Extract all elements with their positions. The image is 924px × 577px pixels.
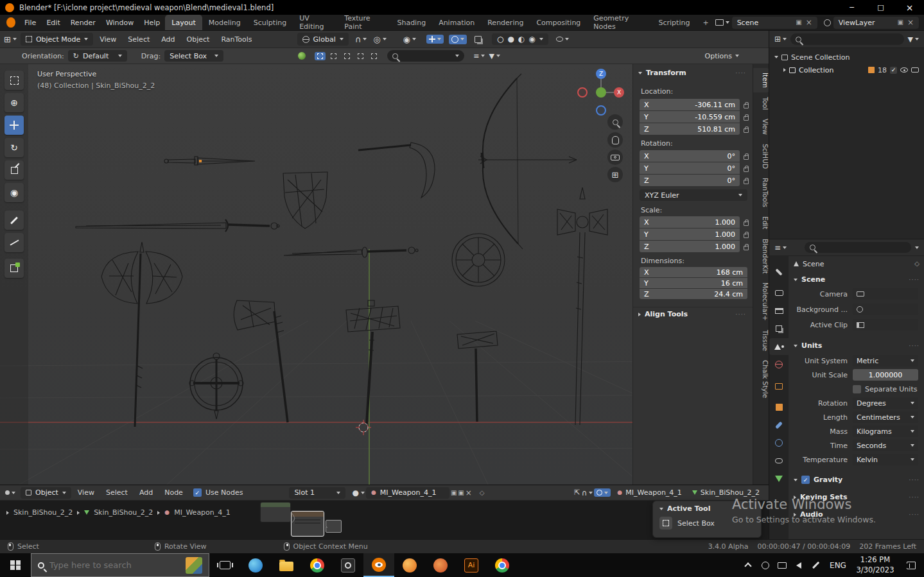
sidebar-tab-rantools[interactable]: RanTools [753,173,769,212]
node-overlays-toggle[interactable] [594,488,611,497]
properties-search-field[interactable] [805,242,911,253]
view-layer-selector[interactable]: ViewLayer ▣ × [833,17,919,29]
menu-render[interactable]: Render [65,15,101,30]
expand-icon[interactable] [774,56,778,58]
copy-material-icon[interactable]: ▣ [458,490,464,496]
shading-rendered-icon[interactable]: ◉ [528,35,535,43]
display-mode-button[interactable]: ≡ [473,53,485,60]
sidebar-tab-item[interactable]: Item [753,68,769,92]
taskbar-app-camera[interactable] [333,553,363,577]
weapon-dagger-selected[interactable] [164,157,255,165]
scene-section-header[interactable]: Scene···· [789,271,924,286]
workspace-tab-scripting[interactable]: Scripting [652,15,697,30]
properties-tab-tool[interactable] [769,264,789,280]
properties-tab-object[interactable] [769,399,789,415]
task-view-button[interactable] [209,553,240,577]
sidebar-tab-view[interactable]: View [753,114,769,139]
weapon-round-shield[interactable] [452,234,505,286]
shader-type-dropdown[interactable]: Object [21,487,71,499]
remove-view-layer-icon[interactable]: × [907,19,914,26]
unlink-scene-icon[interactable]: × [806,19,812,26]
snapping-toggle[interactable]: ∩ [355,35,367,44]
gizmo-axis-z[interactable]: Z [596,69,606,79]
filter-funnel-button[interactable]: ▼ [489,53,500,60]
orthographic-toggle-button[interactable]: ⊞ [607,167,623,182]
lock-rotation-x-icon[interactable] [744,155,749,160]
options-dropdown[interactable]: Options [705,52,739,60]
weapon-ring-dagger[interactable] [189,353,243,419]
workspace-tab-uv-editing[interactable]: UV Editing [293,15,338,30]
properties-tab-collection[interactable] [769,378,789,395]
workspace-tab-sculpting[interactable]: Sculpting [247,15,293,30]
close-button[interactable]: × [895,0,924,15]
taskbar-app-blender[interactable] [363,553,394,577]
rotation-units-dropdown[interactable]: Degrees [853,397,918,409]
menu-edit[interactable]: Edit [41,15,65,30]
pan-button[interactable] [607,132,623,148]
keying-sets-section-header[interactable]: Keying Sets···· [789,487,924,504]
shading-dropdown-icon[interactable] [539,38,543,40]
scene-browse-icon[interactable] [715,19,729,26]
proportional-editing-toggle[interactable]: ◎ [373,35,386,44]
scale-x-field[interactable]: X1.000 [640,216,740,228]
node-menu-view[interactable]: View [73,485,100,500]
align-tools-panel-header[interactable]: Align Tools···· [633,307,753,321]
weapon-sickle[interactable] [358,142,435,198]
tray-icon-pen[interactable] [807,553,824,577]
use-nodes-toggle[interactable]: ✓Use Nodes [193,488,243,497]
lock-rotation-y-icon[interactable] [744,168,749,172]
menu-object[interactable]: Object [182,31,215,47]
slot-dropdown[interactable]: Slot 1 [289,487,345,499]
weapon-warhammer[interactable] [557,187,607,425]
taskbar-search[interactable] [31,553,209,577]
temperature-units-dropdown[interactable]: Kelvin [853,454,918,465]
sidebar-tab-blenderkit[interactable]: BlenderKit [753,234,769,279]
node-editor-type-button[interactable] [5,490,15,495]
separate-units-checkbox-box[interactable] [853,385,861,393]
properties-filter-icon[interactable] [915,246,919,249]
dimensions-z-field[interactable]: Z24.4 cm [640,289,747,299]
show-overlays-toggle[interactable] [449,35,467,44]
scale-y-field[interactable]: Y1.000 [640,228,740,240]
workspace-tab-geometry-nodes[interactable]: Geometry Nodes [587,15,652,30]
blender-menu-icon[interactable] [6,17,15,28]
lock-rotation-z-icon[interactable] [744,180,749,184]
location-x-field[interactable]: X-306.11 cm [640,99,740,110]
weapon-bow-and-arrow[interactable] [478,74,577,249]
view-layer-browse-icon[interactable] [824,19,831,26]
xray-toggle[interactable] [475,36,482,43]
time-units-dropdown[interactable]: Seconds [853,440,918,451]
tool-select-box[interactable] [4,71,24,90]
taskbar-app-chrome-1[interactable] [302,553,333,577]
minimize-button[interactable]: ─ [837,0,866,15]
menu-window[interactable]: Window [101,15,139,30]
orientation-dropdown[interactable]: ↻Default [68,50,127,62]
properties-tab-constraints[interactable] [769,452,789,469]
gizmo-axis-y[interactable] [596,87,606,98]
node-snap-arrows-icon[interactable]: ⇱ [574,489,580,496]
outliner-search-field[interactable] [790,33,903,45]
tray-show-hidden-icons[interactable] [739,553,757,577]
collection-render-icon[interactable] [911,67,919,73]
properties-tab-output[interactable] [769,302,789,319]
workspace-tab-texture-paint[interactable]: Texture Paint [338,15,390,30]
separate-units-checkbox[interactable]: Separate Units [853,385,917,393]
sidebar-tab-tool[interactable]: Tool [753,92,769,114]
tool-move[interactable] [4,116,24,135]
unlink-material-icon[interactable]: × [466,489,472,497]
viewport-search-field[interactable] [387,50,464,62]
length-units-dropdown[interactable]: Centimeters [853,411,918,423]
collection-hide-icon[interactable] [900,67,908,73]
shading-wireframe-icon[interactable]: ○ [497,35,503,43]
lock-scale-z-icon[interactable] [744,246,749,250]
pin-icon[interactable]: ◇ [914,261,920,267]
workspace-tab-animation[interactable]: Animation [432,15,481,30]
gravity-section-header[interactable]: ✓Gravity···· [789,467,924,487]
node-snapping-toggle[interactable]: ∩ [582,489,593,497]
unit-scale-field[interactable]: 1.000000 [853,369,918,381]
location-z-field[interactable]: Z510.81 cm [640,123,740,135]
gravity-checkbox[interactable]: ✓ [801,476,810,484]
gizmo-axis-z-neg[interactable] [596,105,606,116]
taskbar-app-chrome-2[interactable] [487,553,518,577]
active-clip-field[interactable] [853,319,918,331]
